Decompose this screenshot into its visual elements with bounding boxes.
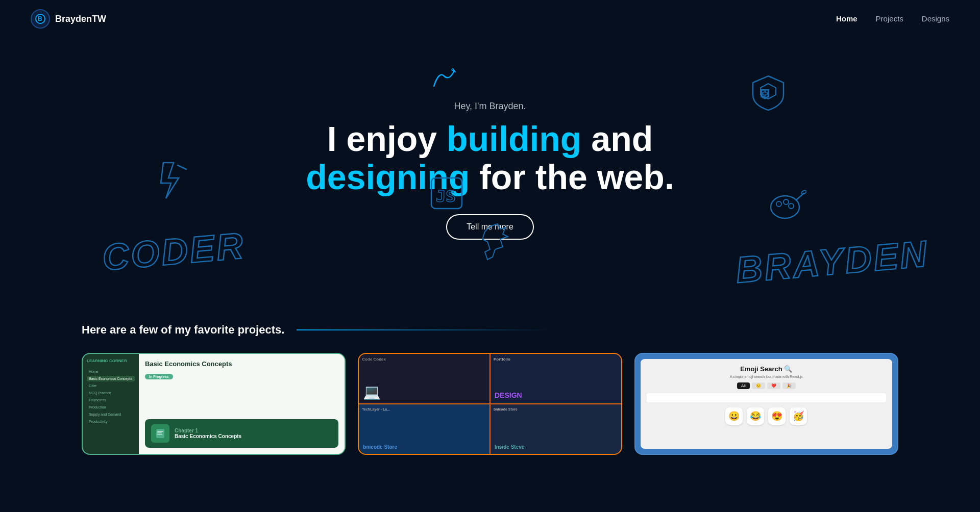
hero-title-part2: and bbox=[581, 119, 653, 158]
nav-item-designs[interactable]: Designs bbox=[922, 14, 949, 23]
emoji-item-1: 😀 bbox=[725, 407, 743, 425]
brand-name: BraydenTW bbox=[55, 14, 106, 24]
portfolio-cell-2: Portfolio DESIGN bbox=[491, 354, 621, 403]
emoji-item-4: 🥳 bbox=[790, 407, 807, 425]
portfolio-grid: Code Codex 💻 Portfolio DESIGN TechLayer … bbox=[359, 354, 621, 454]
project-card-portfolio[interactable]: Code Codex 💻 Portfolio DESIGN TechLayer … bbox=[358, 353, 622, 455]
hero-title-building: building bbox=[447, 119, 581, 158]
navbar: B BraydenTW Home Projects Designs bbox=[0, 0, 980, 38]
economics-main-header: Basic Economics Concepts In Progress bbox=[145, 360, 338, 380]
sidebar-item-economics: Basic Economics Concepts bbox=[87, 376, 135, 381]
svg-point-6 bbox=[771, 196, 799, 218]
hero-title-part1: I enjoy bbox=[327, 119, 447, 158]
brayden-decoration: BRAYDEN bbox=[734, 233, 930, 291]
projects-grid: LEARNING CORNER Home Basic Economics Con… bbox=[82, 353, 898, 455]
emoji-filter-row: All 🙂 ❤️ 🎉 bbox=[737, 382, 796, 389]
sidebar-item-productivity: Productivity bbox=[87, 419, 135, 424]
emoji-item-3: 😍 bbox=[768, 407, 786, 425]
brand-icon: B bbox=[31, 9, 50, 29]
economics-main: Basic Economics Concepts In Progress bbox=[139, 354, 345, 454]
hero-title-part3: for the web. bbox=[470, 158, 674, 196]
economics-chapter-icon bbox=[151, 424, 169, 443]
nav-item-projects[interactable]: Projects bbox=[876, 14, 903, 23]
hero-subtitle: Hey, I'm Brayden. bbox=[454, 101, 526, 112]
portfolio-cell-3-inner: TechLayer - La... bnicode Store bbox=[359, 404, 489, 454]
hero-section: ⛨ JS CODER BRAYDEN Hey, I'm bbox=[0, 38, 980, 313]
svg-point-8 bbox=[783, 199, 789, 204]
portfolio-text-design: DESIGN bbox=[495, 391, 522, 399]
svg-rect-14 bbox=[157, 432, 162, 433]
lightning-decoration bbox=[158, 160, 189, 201]
portfolio-cell-4-inner: bnicode Store Inside Steve bbox=[491, 404, 621, 454]
project-card-emoji[interactable]: Emoji Search 🔍 A simple emoji search too… bbox=[634, 353, 898, 455]
portfolio-label-4: bnicode Store bbox=[494, 407, 518, 411]
sidebar-item-production: Production bbox=[87, 404, 135, 410]
portfolio-icon-1: 💻 bbox=[363, 383, 381, 400]
palette-decoration bbox=[766, 186, 806, 226]
svg-point-11 bbox=[801, 190, 806, 195]
svg-point-7 bbox=[776, 201, 781, 207]
emoji-filter-all[interactable]: All bbox=[737, 382, 750, 389]
projects-header: Here are a few of my favorite projects. bbox=[82, 323, 898, 337]
portfolio-label-1: Code Codex bbox=[362, 357, 386, 362]
portfolio-text-4: Inside Steve bbox=[495, 444, 524, 450]
portfolio-text-3: bnicode Store bbox=[363, 444, 397, 450]
emoji-filter-heart[interactable]: ❤️ bbox=[767, 382, 780, 389]
sidebar-item-flashcards: Flashcards bbox=[87, 397, 135, 403]
coder-decoration: CODER bbox=[101, 224, 247, 278]
emoji-item-2: 😂 bbox=[747, 407, 764, 425]
sidebar-item-home: Home bbox=[87, 369, 135, 374]
economics-card-inner: LEARNING CORNER Home Basic Economics Con… bbox=[83, 354, 345, 454]
nav-item-home[interactable]: Home bbox=[836, 14, 857, 23]
emoji-filter-party[interactable]: 🎉 bbox=[782, 382, 796, 389]
hero-title: I enjoy building and designing for the w… bbox=[306, 120, 674, 196]
portfolio-label-3: TechLayer - La... bbox=[362, 407, 390, 411]
project-card-economics[interactable]: LEARNING CORNER Home Basic Economics Con… bbox=[82, 353, 346, 455]
sidebar-logo: LEARNING CORNER bbox=[87, 359, 135, 364]
svg-point-9 bbox=[789, 203, 794, 209]
hero-title-designing: designing bbox=[306, 158, 470, 196]
portfolio-cell-1-inner: Code Codex 💻 bbox=[359, 354, 489, 403]
chapter-number: Chapter 1 bbox=[175, 428, 241, 433]
economics-sidebar: LEARNING CORNER Home Basic Economics Con… bbox=[83, 354, 139, 454]
chapter-title: Basic Economics Concepts bbox=[175, 433, 241, 439]
emoji-title: Emoji Search 🔍 bbox=[740, 365, 792, 373]
svg-rect-13 bbox=[157, 431, 163, 432]
nav-links: Home Projects Designs bbox=[836, 14, 949, 23]
sidebar-item-mcq: MCQ Practice bbox=[87, 390, 135, 396]
projects-divider bbox=[297, 329, 552, 330]
portfolio-cell-2-inner: Portfolio DESIGN bbox=[491, 354, 621, 403]
emoji-filter-smile[interactable]: 🙂 bbox=[752, 382, 765, 389]
projects-section-title: Here are a few of my favorite projects. bbox=[82, 323, 284, 337]
projects-section: Here are a few of my favorite projects. … bbox=[0, 313, 980, 475]
economics-status: In Progress bbox=[145, 374, 173, 379]
sidebar-item-supply: Supply and Demand bbox=[87, 412, 135, 417]
brand-logo[interactable]: B BraydenTW bbox=[31, 9, 106, 29]
portfolio-cell-4: bnicode Store Inside Steve bbox=[491, 404, 621, 454]
emoji-search-bar[interactable] bbox=[647, 393, 886, 402]
hero-cta-button[interactable]: Tell me more bbox=[446, 214, 534, 240]
sidebar-item-offer: Offer bbox=[87, 383, 135, 389]
sidebar-menu: Home Basic Economics Concepts Offer MCQ … bbox=[87, 369, 135, 424]
economics-chapter-banner: Chapter 1 Basic Economics Concepts bbox=[145, 419, 338, 448]
economics-main-title: Basic Economics Concepts bbox=[145, 360, 338, 368]
svg-line-5 bbox=[178, 165, 186, 169]
svg-text:B: B bbox=[38, 15, 42, 22]
svg-text:⛨: ⛨ bbox=[760, 87, 772, 100]
emoji-subtitle: A simple emoji search tool made with Rea… bbox=[730, 375, 802, 378]
svg-rect-12 bbox=[156, 429, 164, 438]
economics-chapter-text: Chapter 1 Basic Economics Concepts bbox=[175, 428, 241, 439]
emoji-card-inner: Emoji Search 🔍 A simple emoji search too… bbox=[641, 359, 892, 449]
portfolio-cell-3: TechLayer - La... bnicode Store bbox=[359, 404, 489, 454]
emoji-grid: 😀 😂 😍 🥳 bbox=[725, 407, 807, 425]
portfolio-label-2: Portfolio bbox=[494, 357, 510, 362]
portfolio-cell-1: Code Codex 💻 bbox=[359, 354, 489, 403]
shield-decoration: ⛨ bbox=[750, 73, 786, 112]
svg-rect-15 bbox=[157, 434, 162, 435]
svg-line-10 bbox=[796, 193, 804, 200]
